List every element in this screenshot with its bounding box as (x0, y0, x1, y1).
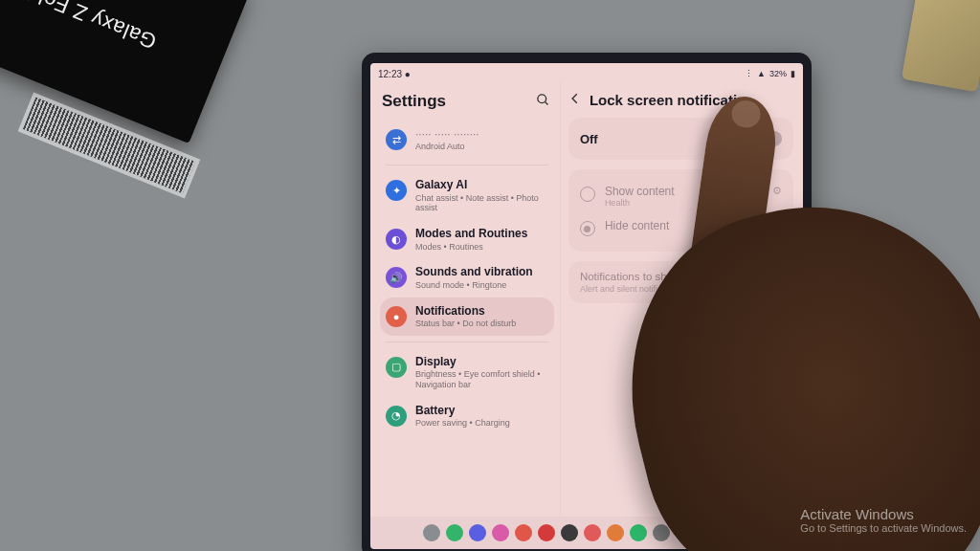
dock-app-icon[interactable] (607, 524, 624, 541)
divider (386, 342, 548, 342)
connected-devices-icon: ⇄ (386, 129, 407, 150)
dock-app-icon[interactable] (538, 524, 555, 541)
svg-line-1 (545, 101, 547, 104)
settings-item-sub: Status bar • Do not disturb (415, 319, 516, 329)
back-icon[interactable] (568, 92, 582, 108)
watermark-title: Activate Windows (800, 506, 967, 522)
battery-text: 32% (769, 69, 787, 78)
settings-item-title: Notifications (415, 304, 516, 318)
gear-icon[interactable]: ⚙ (772, 185, 782, 197)
toggle-label: Off (580, 132, 598, 146)
svg-point-0 (538, 95, 546, 103)
settings-item-title: Sounds and vibration (415, 265, 533, 278)
dock-app-icon[interactable] (446, 524, 463, 541)
windows-watermark: Activate Windows Go to Settings to activ… (800, 506, 967, 534)
desk-object (902, 0, 980, 92)
settings-item-truncated[interactable]: ⇄ ····· ····· ········ Android Auto (380, 121, 554, 159)
dock-app-icon[interactable] (515, 524, 532, 541)
settings-item-icon: 🔊 (386, 267, 407, 288)
settings-item-icon: ◔ (386, 406, 407, 427)
settings-item-sub: Brightness • Eye comfort shield • Naviga… (415, 369, 548, 390)
settings-item-icon: ● (386, 306, 407, 327)
settings-item-battery[interactable]: ◔BatteryPower saving • Charging (380, 397, 554, 435)
divider (386, 165, 548, 165)
settings-item-title: Display (415, 355, 548, 368)
notification-dot-icon: ● (405, 69, 411, 79)
settings-item-sub: Sound mode • Ringtone (415, 280, 533, 291)
search-icon[interactable] (536, 93, 550, 110)
radio-icon (580, 187, 595, 202)
settings-header: Settings (380, 86, 554, 121)
settings-item-title: Battery (415, 404, 510, 417)
settings-item-galaxy-ai[interactable]: ✦Galaxy AIChat assist • Note assist • Ph… (380, 171, 554, 220)
dock-app-icon[interactable] (630, 524, 647, 541)
settings-item-icon: ◐ (386, 229, 407, 250)
settings-item-sub: Modes • Routines (415, 242, 527, 253)
settings-item-title: Modes and Routines (415, 227, 527, 240)
settings-item-notifications[interactable]: ●NotificationsStatus bar • Do not distur… (380, 298, 554, 336)
settings-item-display[interactable]: ▢DisplayBrightness • Eye comfort shield … (380, 348, 554, 397)
settings-item-sub: Power saving • Charging (415, 418, 510, 429)
dock-app-icon[interactable] (492, 524, 509, 541)
settings-item-sub: Chat assist • Note assist • Photo assist (415, 193, 548, 214)
dock-app-icon[interactable] (584, 524, 601, 541)
settings-item-icon: ▢ (386, 357, 407, 378)
settings-list-pane: Settings ⇄ ····· ····· ········ Android … (370, 82, 561, 517)
settings-item-modes-and-routines[interactable]: ◐Modes and RoutinesModes • Routines (380, 220, 554, 258)
status-time: 12:23 ● (378, 69, 411, 79)
watermark-sub: Go to Settings to activate Windows. (800, 522, 967, 534)
settings-item-title: Galaxy AI (415, 178, 548, 191)
settings-item-icon: ✦ (386, 180, 407, 201)
wifi-icon: ⋮ (745, 69, 753, 78)
dock-app-icon[interactable] (423, 524, 440, 541)
product-box-label: Galaxy Z Fold6 (12, 0, 161, 54)
radio-icon (580, 221, 595, 236)
status-right: ⋮ ▲ 32% ▮ (745, 69, 795, 78)
battery-icon: ▮ (791, 69, 795, 78)
dock-app-icon[interactable] (469, 524, 486, 541)
settings-title: Settings (382, 92, 446, 111)
signal-icon: ▲ (757, 69, 766, 78)
settings-item-sounds-and-vibration[interactable]: 🔊Sounds and vibrationSound mode • Ringto… (380, 258, 554, 297)
status-bar: 12:23 ● ⋮ ▲ 32% ▮ (370, 63, 803, 82)
dock-app-icon[interactable] (561, 524, 578, 541)
